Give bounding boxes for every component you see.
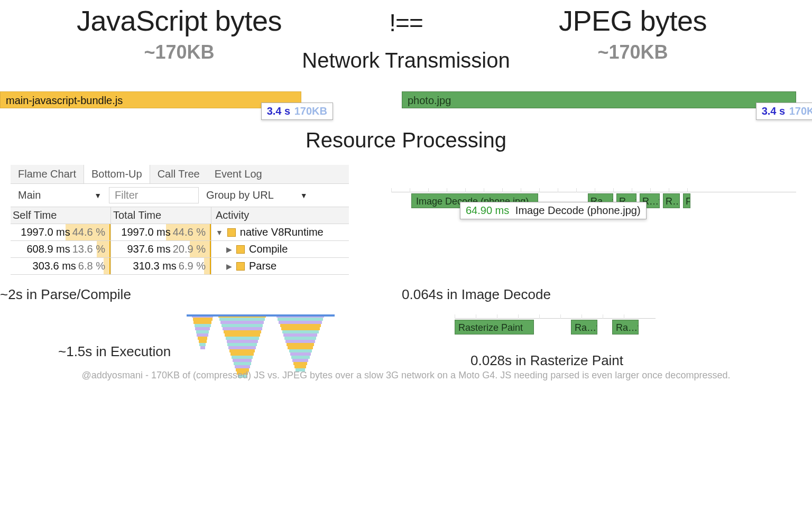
rasterize-block: Ra…t [612,320,639,335]
col-total-time: Total Time [111,207,211,224]
caret-down-icon: ▼ [94,191,102,200]
network-bars-row: main-javascript-bundle.js 3.4 s 170KB ph… [0,91,812,108]
activity-color-icon [236,262,245,271]
filter-input[interactable]: Filter [109,187,199,203]
tree-toggle-icon[interactable]: ▶ [226,245,232,254]
activity-color-icon [227,228,236,237]
decode-small-block: R… [663,193,680,208]
jpeg-filename: photo.jpg [408,95,451,106]
col-self-time: Self Time [11,207,111,224]
devtools-tab[interactable]: Event Log [207,165,270,183]
devtools-controls: Main ▼ Filter Group by URL ▼ [11,184,349,207]
col-activity: Activity [211,207,349,224]
decode-tooltip: 64.90 ms Image Decode (phone.jpg) [460,202,647,219]
caret-down-icon: ▼ [300,191,308,200]
decode-tooltip-time: 64.90 ms [466,205,509,216]
rasterize-block: Rasterize Paint [455,320,534,335]
rasterize-panel: Rasterize PaintRa…tRa…t [455,314,796,335]
devtools-panel: Flame ChartBottom-UpCall TreeEvent Log M… [0,165,391,275]
devtools-tab[interactable]: Flame Chart [11,165,84,183]
thread-select-value: Main [18,189,41,201]
summary-rasterize: 0.028s in Rasterize Paint [455,335,796,369]
table-row[interactable]: 1997.0 ms44.6 %1997.0 ms44.6 %▼native V8… [11,224,349,241]
thread-select[interactable]: Main ▼ [15,188,105,202]
activity-label: Compile [249,243,288,255]
activity-label: Parse [249,260,276,272]
image-decode-panel: Image Decode (phone.jpg) Ra…tR…tR…tR…F 6… [391,165,812,275]
jpeg-network-time: 3.4 s [762,105,785,117]
js-network-bar: main-javascript-bundle.js [0,91,301,108]
devtools-tabs: Flame ChartBottom-UpCall TreeEvent Log [11,165,349,184]
summary-execution: ~1.5s in Execution [58,343,171,360]
table-row[interactable]: 303.6 ms6.8 %310.3 ms6.9 %▶Parse [11,258,349,275]
devtools-tab[interactable]: Bottom-Up [84,165,150,183]
tree-toggle-icon[interactable]: ▶ [226,262,232,271]
jpeg-network-badge: 3.4 s 170KB [756,103,812,120]
js-title: JavaScript bytes [0,4,358,37]
js-network-time: 3.4 s [267,105,290,117]
decode-ruler [391,188,796,192]
rasterize-block: Ra…t [571,320,597,335]
processing-row: Flame ChartBottom-UpCall TreeEvent Log M… [0,165,812,275]
table-row[interactable]: 608.9 ms13.6 %937.6 ms20.9 %▶Compile [11,241,349,258]
activity-color-icon [236,245,245,254]
table-header: Self Time Total Time Activity [11,207,349,224]
group-by-select[interactable]: Group by URL ▼ [203,188,311,202]
jpeg-title: JPEG bytes [454,4,812,37]
summary-parse-compile: ~2s in Parse/Compile [0,275,402,314]
rasterize-ruler [455,314,656,319]
summary-row-1: ~2s in Parse/Compile 0.064s in Image Dec… [0,275,812,314]
devtools-tab[interactable]: Call Tree [150,165,207,183]
tree-toggle-icon[interactable]: ▼ [216,228,223,237]
activity-label: native V8Runtime [240,226,324,238]
js-filename: main-javascript-bundle.js [6,95,123,106]
summary-image-decode: 0.064s in Image Decode [402,275,812,314]
jpeg-network-bar: photo.jpg [402,91,796,108]
filter-placeholder: Filter [115,189,138,201]
not-equal-symbol: !== [358,4,454,37]
decode-tooltip-label: Image Decode (phone.jpg) [512,205,641,216]
decode-small-block: F [683,193,690,208]
devtools-table: Self Time Total Time Activity 1997.0 ms4… [11,207,349,275]
jpeg-network-size: 170KB [788,105,812,117]
group-by-value: Group by URL [206,189,274,201]
footnote: @addyosmani - 170KB of (compressed) JS v… [0,370,812,381]
section-resource-processing: Resource Processing [0,128,812,152]
